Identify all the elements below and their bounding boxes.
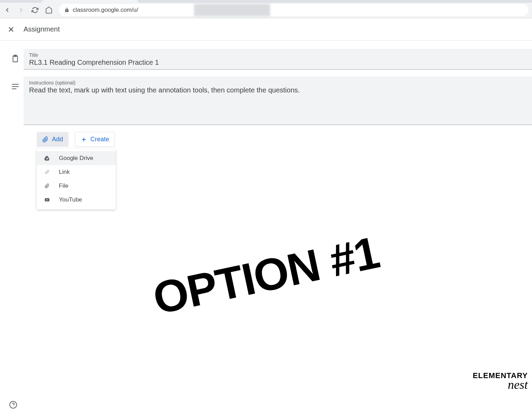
browser-tabs-bg (0, 0, 532, 3)
back-button[interactable] (3, 6, 11, 14)
instructions-label: Instructions (optional) (29, 80, 526, 86)
add-button[interactable]: Add (37, 132, 69, 147)
add-label: Add (52, 136, 63, 143)
browser-tab (42, 0, 139, 3)
page-title: Assignment (24, 25, 60, 33)
form-content: Title RL3.1 Reading Comprehension Practi… (0, 41, 532, 147)
drive-icon (44, 155, 51, 161)
create-button[interactable]: Create (75, 132, 115, 147)
title-value: RL3.1 Reading Comprehension Practice 1 (29, 59, 526, 66)
address-bar[interactable]: classroom.google.com/u/ (59, 4, 529, 16)
dropdown-label: Link (59, 169, 70, 176)
reload-button[interactable] (31, 6, 39, 14)
browser-chrome: classroom.google.com/u/ (0, 0, 532, 18)
dropdown-item-drive[interactable]: Google Drive (37, 151, 116, 165)
notes-icon (7, 77, 24, 91)
dropdown-item-file[interactable]: File (37, 179, 116, 193)
lock-icon (64, 7, 69, 13)
close-button[interactable] (7, 25, 15, 34)
attachment-icon (42, 136, 48, 143)
youtube-icon (44, 197, 51, 203)
clipboard-icon (7, 49, 24, 63)
action-row: Add Create Google Drive Link (7, 125, 532, 147)
dropdown-label: Google Drive (59, 155, 93, 162)
dropdown-item-link[interactable]: Link (37, 165, 116, 179)
file-icon (44, 182, 51, 189)
svg-rect-5 (12, 86, 19, 87)
forward-button[interactable] (17, 6, 25, 14)
overlay-text: OPTION #1 (149, 226, 383, 324)
title-label: Title (29, 52, 526, 58)
nav-controls (3, 6, 53, 14)
instructions-value: Read the text, mark up with text using t… (29, 86, 526, 94)
dropdown-item-youtube[interactable]: YouTube (37, 193, 116, 207)
title-row: Title RL3.1 Reading Comprehension Practi… (7, 49, 532, 70)
app-header: Assignment (0, 18, 532, 41)
dropdown-label: YouTube (59, 196, 82, 203)
home-button[interactable] (45, 6, 53, 14)
url-blur (194, 4, 270, 16)
svg-rect-6 (12, 88, 16, 89)
svg-rect-4 (12, 84, 19, 84)
url-text: classroom.google.com/u/ (73, 7, 138, 14)
add-dropdown: Google Drive Link File YouTube (37, 149, 116, 209)
create-label: Create (90, 136, 109, 143)
instructions-input[interactable]: Instructions (optional) Read the text, m… (24, 77, 532, 125)
watermark: ELEMENTARY nest (473, 371, 528, 392)
instructions-row: Instructions (optional) Read the text, m… (7, 77, 532, 125)
help-button[interactable] (9, 401, 17, 409)
link-icon (44, 170, 51, 174)
plus-icon (81, 136, 87, 143)
title-input[interactable]: Title RL3.1 Reading Comprehension Practi… (24, 49, 532, 70)
dropdown-label: File (59, 182, 68, 189)
